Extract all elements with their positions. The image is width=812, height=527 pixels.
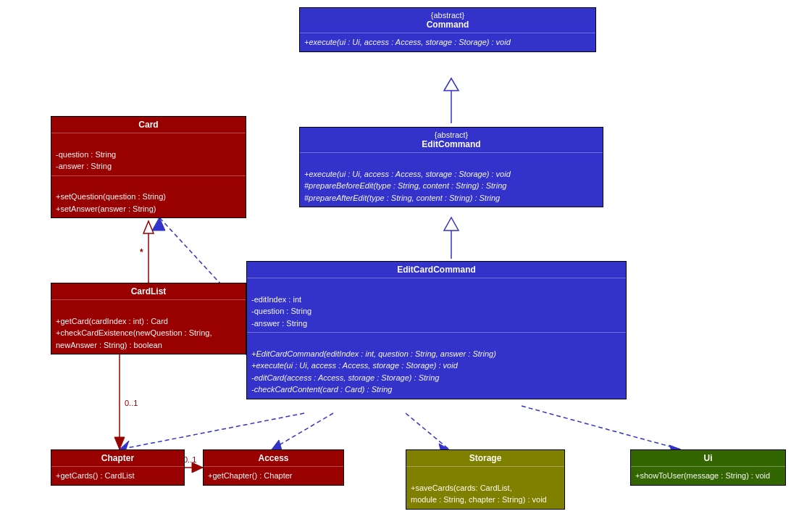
editcardcommand-class: EditCardCommand -editIndex : int -questi…	[246, 261, 627, 399]
chapter-name: Chapter	[56, 453, 180, 463]
editcommand-section1: +execute(ui : Ui, access : Access, stora…	[300, 152, 603, 207]
chapter-methods: +getCards() : CardList	[51, 466, 184, 485]
chapter-class: Chapter +getCards() : CardList	[51, 449, 185, 486]
svg-marker-1	[444, 78, 459, 91]
svg-marker-11	[143, 221, 154, 233]
editcommand-methods: +execute(ui : Ui, access : Access, stora…	[304, 170, 511, 202]
command-header: {abstract} Command	[300, 8, 595, 33]
chapter-header: Chapter	[51, 450, 184, 466]
command-section1: +execute(ui : Ui, access : Access, stora…	[300, 33, 595, 51]
uml-diagram: * 0..1 0..1 {abstract} Command +execute(…	[0, 0, 812, 527]
access-name: Access	[208, 453, 339, 463]
storage-methods: +saveCards(cards: CardList, module : Str…	[406, 466, 564, 509]
svg-marker-3	[444, 217, 459, 231]
svg-marker-24	[192, 462, 203, 473]
ui-methods: +showToUser(message : String) : void	[631, 466, 785, 485]
access-header: Access	[204, 450, 343, 466]
command-abstract-label: {abstract}	[304, 11, 591, 20]
card-class: Card -question : String -answer : String…	[51, 116, 246, 218]
storage-name: Storage	[411, 453, 560, 463]
ui-name: Ui	[635, 453, 781, 463]
card-methods: +setQuestion(question : String) +setAnsw…	[51, 175, 246, 218]
storage-class: Storage +saveCards(cards: CardList, modu…	[406, 449, 565, 510]
svg-line-17	[272, 413, 333, 449]
svg-marker-6	[152, 217, 165, 231]
cardlist-class: CardList +getCard(cardIndex : int) : Car…	[51, 283, 246, 354]
command-class: {abstract} Command +execute(ui : Ui, acc…	[299, 7, 596, 52]
editcardcommand-methods: +EditCardCommand(editIndex : int, questi…	[247, 332, 626, 399]
svg-marker-14	[114, 437, 125, 449]
cardlist-methods: +getCard(cardIndex : int) : Card +checkC…	[51, 299, 246, 354]
card-name: Card	[56, 120, 241, 130]
ui-class: Ui +showToUser(message : String) : void	[630, 449, 786, 486]
svg-text:*: *	[140, 247, 143, 257]
editcommand-class: {abstract} EditCommand +execute(ui : Ui,…	[299, 127, 603, 207]
editcardcommand-header: EditCardCommand	[247, 262, 626, 278]
ui-header: Ui	[631, 450, 785, 466]
svg-line-21	[522, 406, 681, 449]
command-name: Command	[304, 20, 591, 30]
svg-text:0..1: 0..1	[183, 455, 196, 464]
cardlist-name: CardList	[56, 286, 241, 296]
storage-header: Storage	[406, 450, 564, 466]
command-method: +execute(ui : Ui, access : Access, stora…	[304, 38, 511, 46]
access-class: Access +getChapter() : Chapter	[203, 449, 344, 486]
editcommand-abstract-label: {abstract}	[304, 130, 598, 139]
access-methods: +getChapter() : Chapter	[204, 466, 343, 485]
editcommand-header: {abstract} EditCommand	[300, 128, 603, 152]
editcommand-name: EditCommand	[304, 139, 598, 149]
card-fields: -question : String -answer : String	[51, 133, 246, 175]
editcardcommand-name: EditCardCommand	[251, 265, 621, 275]
svg-line-15	[120, 413, 304, 449]
svg-line-19	[406, 413, 449, 449]
card-header: Card	[51, 117, 246, 133]
cardlist-header: CardList	[51, 283, 246, 299]
svg-text:0..1: 0..1	[125, 399, 138, 407]
editcardcommand-fields: -editIndex : int -question : String -ans…	[247, 278, 626, 332]
